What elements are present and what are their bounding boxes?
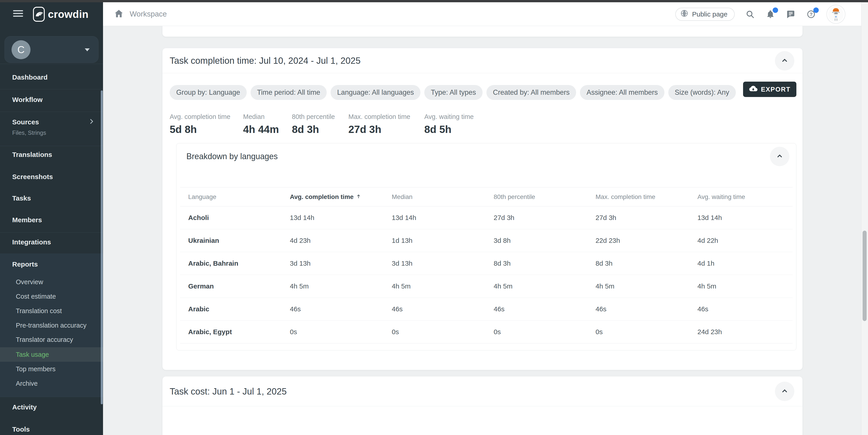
sidebar-item-translator-accuracy[interactable]: Translator accuracy bbox=[0, 332, 103, 347]
stat-value: 4h 44m bbox=[243, 123, 279, 136]
column-header-80th-percentile[interactable]: 80th percentile bbox=[494, 193, 595, 201]
notification-badge bbox=[773, 7, 778, 13]
export-button[interactable]: EXPORT bbox=[743, 82, 796, 97]
filter-chip-type[interactable]: Type: All types bbox=[424, 85, 483, 100]
table-cell: 13d 14h bbox=[290, 214, 392, 222]
crowdin-logo[interactable]: crowdin bbox=[33, 6, 89, 23]
sidebar-item-overview[interactable]: Overview bbox=[0, 275, 103, 289]
sidebar-item-label: Sources bbox=[12, 118, 39, 126]
sidebar-item-label: Activity bbox=[12, 403, 37, 411]
project-selector[interactable]: C bbox=[4, 36, 98, 63]
sidebar-item-label: Dashboard bbox=[12, 74, 48, 81]
column-label: Avg. waiting time bbox=[698, 193, 745, 201]
sidebar-scrollbar[interactable] bbox=[101, 90, 103, 404]
sidebar-item-label: Reports bbox=[12, 260, 38, 268]
home-icon[interactable] bbox=[114, 8, 124, 19]
table-cell: 4d 1h bbox=[698, 260, 793, 267]
sort-asc-icon bbox=[356, 193, 361, 201]
sidebar-item-members[interactable]: Members bbox=[0, 209, 103, 231]
column-header-median[interactable]: Median bbox=[392, 193, 494, 201]
column-header-avg-waiting-time[interactable]: Avg. waiting time bbox=[698, 193, 793, 201]
sources-sublabel: Files, Strings bbox=[12, 129, 46, 136]
sidebar-item-activity[interactable]: Activity bbox=[0, 396, 103, 418]
column-header-language[interactable]: Language bbox=[188, 193, 290, 201]
collapse-section-button[interactable] bbox=[775, 51, 794, 70]
sidebar-item-label: Integrations bbox=[12, 238, 51, 246]
window-top-strip bbox=[0, 0, 868, 2]
table-cell: German bbox=[188, 282, 290, 290]
sidebar-item-screenshots[interactable]: Screenshots bbox=[0, 166, 103, 187]
filter-chip-assignee[interactable]: Assignee: All members bbox=[580, 85, 664, 100]
table-cell: 4h 5m bbox=[698, 282, 793, 290]
sidebar-item-label: Tasks bbox=[12, 195, 31, 202]
sidebar-item-translations[interactable]: Translations bbox=[0, 144, 103, 166]
messages-icon[interactable] bbox=[786, 9, 796, 19]
stat-label: Avg. waiting time bbox=[424, 113, 474, 120]
column-header-avg-completion-time[interactable]: Avg. completion time bbox=[290, 193, 392, 201]
filter-chip-language[interactable]: Language: All languages bbox=[331, 85, 421, 100]
table-cell: 46s bbox=[698, 305, 793, 313]
table-cell: 46s bbox=[290, 305, 392, 313]
sidebar-item-label: Tools bbox=[12, 426, 30, 433]
table-cell: Arabic, Egypt bbox=[188, 328, 290, 336]
sidebar-item-tasks[interactable]: Tasks bbox=[0, 187, 103, 209]
table-row[interactable]: Acholi 13d 14h 13d 14h 27d 3h 27d 3h 13d… bbox=[180, 206, 793, 229]
stat-value: 5d 8h bbox=[170, 123, 230, 136]
sidebar-header: crowdin bbox=[0, 2, 103, 26]
sidebar-item-tools[interactable]: Tools bbox=[0, 418, 103, 435]
table-row[interactable]: Ukrainian 4d 23h 1d 13h 3d 8h 22d 23h 4d… bbox=[180, 229, 793, 252]
previous-card-bottom bbox=[162, 26, 803, 37]
sidebar-item-workflow[interactable]: Workflow bbox=[0, 89, 103, 111]
table-cell: 22d 23h bbox=[595, 237, 698, 244]
sidebar-item-dashboard[interactable]: Dashboard bbox=[0, 66, 103, 88]
help-icon[interactable]: ? bbox=[806, 9, 816, 19]
table-cell: Acholi bbox=[188, 214, 290, 222]
table-cell: 4h 5m bbox=[392, 282, 494, 290]
search-icon[interactable] bbox=[745, 9, 755, 19]
sidebar-item-archive[interactable]: Archive bbox=[0, 376, 103, 391]
filter-chip-time-period[interactable]: Time period: All time bbox=[251, 85, 327, 100]
table-row[interactable]: Arabic, Bahrain 3d 13h 3d 13h 8d 3h 8d 3… bbox=[180, 252, 793, 275]
column-header-max-completion-time[interactable]: Max. completion time bbox=[595, 193, 698, 201]
stat-value: 8d 3h bbox=[292, 123, 335, 136]
sidebar-subitem-label: Task usage bbox=[16, 351, 49, 358]
filter-chip-size[interactable]: Size (words): Any bbox=[668, 85, 736, 100]
notifications-bell-icon[interactable] bbox=[766, 9, 775, 19]
table-row[interactable]: German 4h 5m 4h 5m 4h 5m 4h 5m 4h 5m bbox=[180, 275, 793, 298]
sidebar-subitem-label: Cost estimate bbox=[16, 293, 56, 300]
sidebar-item-cost-estimate[interactable]: Cost estimate bbox=[0, 289, 103, 303]
sidebar-item-reports[interactable]: Reports bbox=[0, 254, 103, 275]
filter-chip-created-by[interactable]: Created by: All members bbox=[487, 85, 576, 100]
sidebar-item-integrations[interactable]: Integrations bbox=[0, 231, 103, 253]
table-body: Acholi 13d 14h 13d 14h 27d 3h 27d 3h 13d… bbox=[180, 206, 793, 343]
filter-chip-group-by[interactable]: Group by: Language bbox=[170, 85, 247, 100]
hamburger-menu-icon[interactable] bbox=[13, 9, 23, 18]
main-content: Task completion time: Jul 10, 2024 - Jul… bbox=[103, 26, 861, 435]
user-avatar[interactable] bbox=[827, 5, 845, 24]
table-cell: 0s bbox=[595, 328, 698, 336]
topbar: Workspace Public page ? bbox=[103, 2, 861, 26]
table-cell: 4d 22h bbox=[698, 237, 793, 244]
table-row[interactable]: Arabic, Egypt 0s 0s 0s 0s 24d 23h bbox=[180, 321, 793, 343]
sidebar-item-translation-cost[interactable]: Translation cost bbox=[0, 303, 103, 318]
task-completion-header: Task completion time: Jul 10, 2024 - Jul… bbox=[162, 48, 803, 73]
public-page-button[interactable]: Public page bbox=[675, 8, 735, 21]
sidebar-item-pre-translation-accuracy[interactable]: Pre-translation accuracy bbox=[0, 318, 103, 332]
sidebar-item-top-members[interactable]: Top members bbox=[0, 362, 103, 376]
stat-avg-waiting-time: Avg. waiting time 8d 5h bbox=[424, 113, 474, 136]
crowdin-logo-text: crowdin bbox=[48, 8, 89, 20]
breadcrumb[interactable]: Workspace bbox=[130, 10, 167, 18]
help-badge bbox=[813, 7, 819, 13]
collapse-section-button[interactable] bbox=[775, 382, 794, 401]
collapse-breakdown-button[interactable] bbox=[770, 147, 789, 166]
sidebar-item-task-usage[interactable]: Task usage bbox=[0, 347, 103, 362]
chevron-up-icon bbox=[775, 152, 784, 161]
table-cell: 1d 13h bbox=[392, 237, 494, 244]
stat-label: Avg. completion time bbox=[170, 113, 230, 120]
table-header-row: Language Avg. completion time Median 80t… bbox=[180, 187, 793, 206]
page-scrollbar-thumb[interactable] bbox=[863, 231, 867, 321]
stat-80th-percentile: 80th percentile 8d 3h bbox=[292, 113, 335, 136]
table-row[interactable]: Arabic 46s 46s 46s 46s 46s bbox=[180, 298, 793, 321]
task-cost-title: Task cost: Jun 1 - Jul 1, 2025 bbox=[170, 376, 287, 406]
export-label: EXPORT bbox=[761, 86, 790, 93]
